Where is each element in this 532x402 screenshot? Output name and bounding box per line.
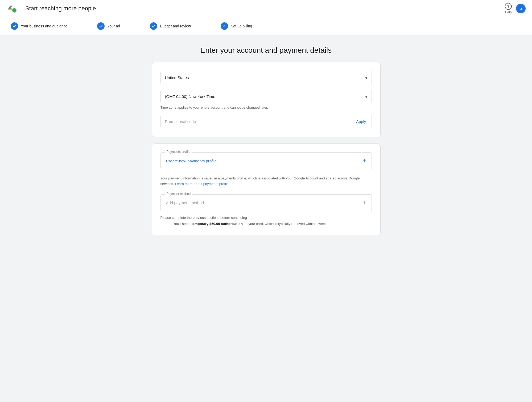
header-divider: [21, 4, 21, 13]
checkmark-icon-3: [151, 24, 156, 28]
header-title: Start reaching more people: [25, 5, 96, 12]
step-4-number: 4: [221, 22, 228, 30]
avatar[interactable]: S: [516, 4, 526, 13]
profile-info-text: Your payment information is saved in a p…: [160, 176, 372, 187]
logo: [6, 3, 17, 14]
svg-point-1: [12, 8, 17, 13]
payment-auth-suffix: on your card, which is typically removed…: [244, 222, 328, 226]
country-select-wrapper: United States Canada United Kingdom ▾: [160, 71, 372, 84]
step-2-label: Your ad: [107, 24, 120, 28]
payment-auth-prefix: You'll see a: [173, 222, 191, 226]
add-payment-placeholder: Add payment method: [166, 200, 204, 205]
header: Start reaching more people ? Help S: [0, 0, 532, 17]
connector-1: [72, 26, 93, 26]
payment-auth-text: You'll see a temporary $50.00 authorizat…: [160, 221, 372, 227]
payment-auth-amount: temporary $50.00 authorization: [192, 222, 243, 226]
payment-hint: Please complete the previous sections be…: [160, 216, 372, 220]
learn-more-link[interactable]: Learn more about payments profile: [175, 182, 229, 186]
step-4-label: Set up billing: [231, 24, 252, 28]
payments-profile-section: Payments profile Create new payments pro…: [160, 152, 372, 169]
step-1-label: Your business and audience: [21, 24, 67, 28]
account-details-card: United States Canada United Kingdom ▾ (G…: [152, 62, 381, 137]
step-2: Your ad: [97, 22, 120, 30]
help-button[interactable]: ? Help: [505, 3, 512, 14]
promo-code-input[interactable]: [161, 115, 351, 128]
help-label: Help: [505, 10, 512, 14]
country-select[interactable]: United States Canada United Kingdom: [160, 71, 372, 84]
header-actions: ? Help S: [505, 3, 526, 14]
add-profile-icon[interactable]: +: [363, 157, 366, 164]
main-content: Enter your account and payment details U…: [0, 35, 532, 252]
connector-2: [124, 26, 146, 26]
checkmark-icon-2: [99, 24, 103, 28]
checkmark-icon: [12, 24, 17, 28]
step-2-check: [97, 22, 105, 30]
step-3-check: [150, 22, 157, 30]
step-1: Your business and audience: [11, 22, 67, 30]
apply-button[interactable]: Apply: [351, 115, 372, 128]
timezone-select[interactable]: (GMT-04:00) New York Time (GMT-05:00) Ch…: [160, 90, 372, 103]
promo-code-row: Apply: [160, 115, 372, 128]
connector-3: [195, 26, 216, 26]
timezone-select-wrapper: (GMT-04:00) New York Time (GMT-05:00) Ch…: [160, 90, 372, 103]
add-payment-icon[interactable]: +: [363, 199, 366, 206]
timezone-hint: Time zone applies to your entire account…: [160, 105, 372, 109]
payments-card: Payments profile Create new payments pro…: [152, 143, 381, 235]
page-title: Enter your account and payment details: [152, 46, 381, 55]
step-1-check: [11, 22, 18, 30]
payment-legend: Payment method: [165, 192, 192, 196]
profile-legend: Payments profile: [165, 150, 192, 154]
step-4: 4 Set up billing: [221, 22, 252, 30]
step-3: Budget and review: [150, 22, 191, 30]
step-3-label: Budget and review: [160, 24, 191, 28]
profile-content: Create new payments profile +: [161, 153, 372, 169]
payment-content: Add payment method +: [161, 195, 372, 211]
help-icon: ?: [505, 3, 512, 10]
payment-method-section: Payment method Add payment method +: [160, 194, 372, 211]
steps-progress: Your business and audience Your ad Budge…: [0, 17, 532, 35]
create-profile-link[interactable]: Create new payments profile: [166, 159, 217, 163]
